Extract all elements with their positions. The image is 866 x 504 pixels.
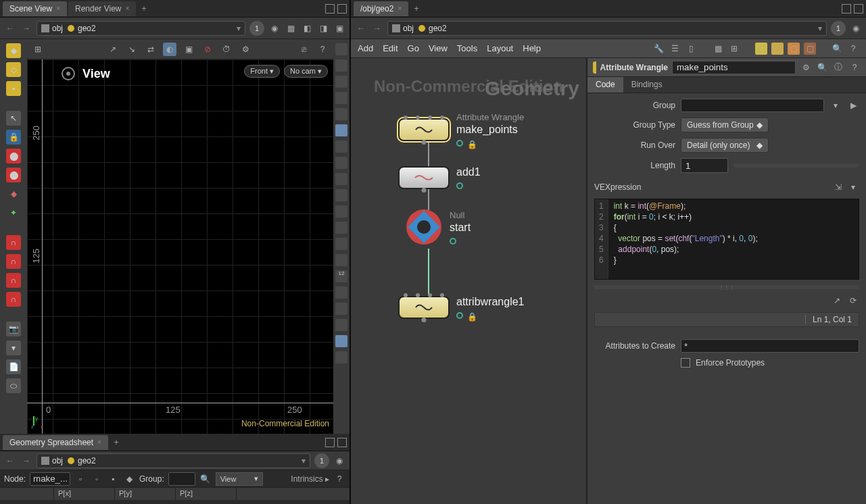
vt-stop-icon[interactable]: ⊘ xyxy=(201,43,214,56)
add-tab-button[interactable]: ＋ xyxy=(137,2,151,16)
tab-network[interactable]: /obj/geo2× xyxy=(354,1,408,16)
tab-geometry-spreadsheet[interactable]: Geometry Spreadsheet× xyxy=(3,435,108,450)
dropdown-icon[interactable]: ▾ xyxy=(302,456,306,465)
add-tab-button[interactable]: ＋ xyxy=(110,436,123,449)
tab-render-view[interactable]: Render View× xyxy=(68,1,136,16)
nav-back-icon[interactable]: ← xyxy=(4,22,16,34)
toolbar-grid-icon[interactable]: ▦ xyxy=(712,43,724,55)
toolbar-note2-icon[interactable]: ▢ xyxy=(771,43,784,55)
viewport[interactable]: ⊞ ↗ ↘ ⇄ ◐ ▣ ⊘ ⏱ ⚙ ⎚ ? xyxy=(27,39,333,434)
tab-code[interactable]: Code xyxy=(587,77,623,93)
pane-max-icon[interactable] xyxy=(337,4,347,14)
path-field[interactable]: obj geo2 ▾ xyxy=(387,21,827,36)
magnet-2-icon[interactable]: ∩ xyxy=(6,254,21,269)
rotate-icon[interactable]: ⬤ xyxy=(6,168,21,182)
parm-name-input[interactable] xyxy=(672,61,796,74)
menu-view[interactable]: View xyxy=(429,43,448,53)
toolbar-help-icon[interactable]: ? xyxy=(847,43,859,55)
intrinsics-dropdown[interactable]: Intrinsics ▸ xyxy=(291,474,329,484)
refresh-icon[interactable]: ◉ xyxy=(333,455,345,467)
group-input[interactable] xyxy=(168,472,195,486)
select-geo-icon[interactable]: ◇ xyxy=(6,62,21,77)
vt-clock-icon[interactable]: ⏱ xyxy=(220,43,233,56)
xform-icon[interactable]: ⬤ xyxy=(6,149,21,163)
toolbar-search-icon[interactable]: 🔍 xyxy=(831,43,843,55)
close-icon[interactable]: × xyxy=(125,5,129,12)
nav-fwd-icon[interactable]: → xyxy=(371,22,383,34)
nav-fwd-icon[interactable]: → xyxy=(20,22,32,34)
magnet-4-icon[interactable]: ∩ xyxy=(6,292,21,307)
network-editor[interactable]: Non-Commercial Edition Geometry Attribut… xyxy=(351,58,586,504)
close-icon[interactable]: × xyxy=(56,5,60,12)
toolbar-sticky-icon[interactable]: ▢ xyxy=(788,43,800,55)
vt-cam-icon[interactable]: ▣ xyxy=(182,43,195,56)
runover-combo[interactable]: Detail (only once)◆ xyxy=(681,138,769,153)
dropdown-icon[interactable]: ▾ xyxy=(818,24,822,33)
node-input[interactable] xyxy=(30,472,70,486)
attrs-create-input[interactable] xyxy=(681,339,859,353)
r-icon[interactable] xyxy=(335,124,347,136)
info-icon[interactable]: ⓘ xyxy=(832,61,844,74)
toolbar-note-icon[interactable]: ▢ xyxy=(755,43,767,55)
magnet-1-icon[interactable]: ∩ xyxy=(6,235,21,250)
help-icon[interactable]: ? xyxy=(333,473,345,485)
toolbar-wrench-icon[interactable]: 🔧 xyxy=(652,43,665,55)
paper-icon[interactable]: 📄 xyxy=(6,359,21,374)
toolbar-page-icon[interactable]: ▯ xyxy=(685,43,697,55)
vt-opt-icon[interactable]: ⎚ xyxy=(297,43,310,56)
group-dropdown-icon[interactable]: ▾ xyxy=(829,99,842,111)
filter-prim-icon[interactable]: ▪ xyxy=(107,473,119,485)
node-add1[interactable]: add1 xyxy=(398,166,481,189)
nav-back-icon[interactable]: ← xyxy=(355,22,367,34)
toolbar-box-icon[interactable]: ▢ xyxy=(804,43,816,55)
group-input[interactable] xyxy=(681,99,824,112)
r-icon[interactable] xyxy=(335,173,347,185)
magnet-3-icon[interactable]: ∩ xyxy=(6,273,21,288)
display-flag-icon[interactable] xyxy=(456,312,463,319)
menu-go[interactable]: Go xyxy=(408,43,419,53)
r-icon[interactable] xyxy=(335,319,347,331)
r-icon[interactable] xyxy=(335,303,347,315)
refresh-icon[interactable]: ◉ xyxy=(850,22,862,34)
r-icon[interactable] xyxy=(335,108,347,120)
camera-front-dropdown[interactable]: Front ▾ xyxy=(244,65,280,78)
take-badge[interactable]: 1 xyxy=(314,453,329,468)
view-dropdown[interactable]: View▾ xyxy=(216,472,263,486)
menu-tools[interactable]: Tools xyxy=(457,43,477,53)
nav-fwd-icon[interactable]: → xyxy=(20,455,32,467)
filter-det-icon[interactable]: ◆ xyxy=(123,473,135,485)
filter-icon[interactable]: 🔍 xyxy=(199,473,212,485)
group-pick-icon[interactable]: ▶ xyxy=(847,99,859,111)
col-header[interactable]: P[z] xyxy=(176,488,237,500)
search-icon[interactable]: 🔍 xyxy=(816,61,828,74)
disk-icon[interactable]: ⬭ xyxy=(6,378,21,393)
col-header[interactable]: P[x] xyxy=(54,488,115,500)
r-icon[interactable] xyxy=(335,92,347,104)
path-field[interactable]: obj geo2 ▾ xyxy=(37,453,310,468)
ext-editor-icon[interactable]: ↗ xyxy=(831,295,843,307)
resize-handle[interactable]: ⋮⋮⋮ xyxy=(594,285,859,289)
vt-2-icon[interactable]: ↘ xyxy=(125,43,139,56)
tool-icon-2[interactable]: ◧ xyxy=(301,22,313,34)
tab-scene-view[interactable]: Scene View× xyxy=(3,1,67,16)
select-obj-icon[interactable]: ◆ xyxy=(6,43,21,58)
help-icon[interactable]: ? xyxy=(848,61,861,74)
lock-flag-icon[interactable]: 🔒 xyxy=(467,312,474,319)
r-icon[interactable] xyxy=(335,157,347,169)
tool-icon-3[interactable]: ◨ xyxy=(317,22,329,34)
enforce-checkbox[interactable] xyxy=(681,358,690,368)
length-slider[interactable] xyxy=(733,163,859,168)
reload-icon[interactable]: ⟳ xyxy=(847,295,859,307)
pane-max-icon[interactable] xyxy=(337,438,347,447)
r-icon[interactable] xyxy=(335,141,347,153)
r-icon[interactable] xyxy=(335,43,347,55)
r-icon[interactable] xyxy=(335,351,347,363)
r-icon[interactable] xyxy=(335,286,347,299)
gear-icon[interactable]: ⚙ xyxy=(800,61,812,74)
menu-help[interactable]: Help xyxy=(523,43,541,53)
dropdown-icon[interactable]: ▾ xyxy=(237,24,241,33)
grouptype-combo[interactable]: Guess from Group◆ xyxy=(681,118,769,132)
display-flag-icon[interactable] xyxy=(450,238,456,245)
r-icon[interactable] xyxy=(335,254,347,266)
r-icon[interactable] xyxy=(335,76,347,88)
